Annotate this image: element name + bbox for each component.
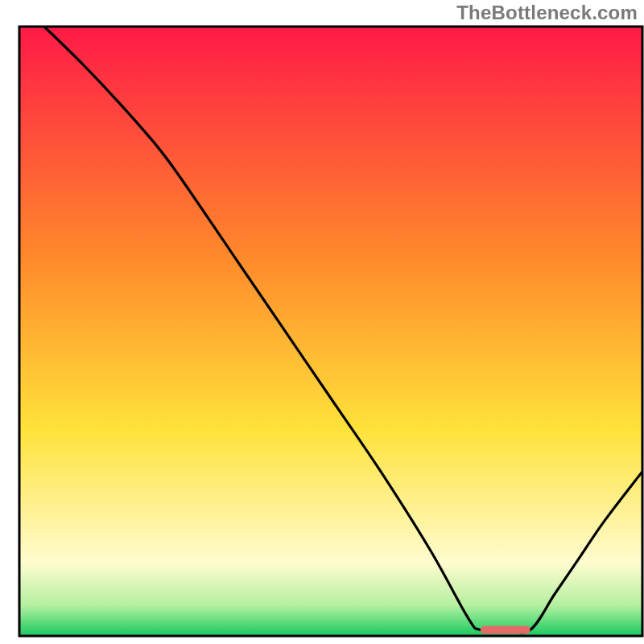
trough-marker bbox=[481, 625, 530, 634]
gradient-background bbox=[19, 27, 642, 636]
chart-svg bbox=[0, 0, 644, 644]
chart-canvas: TheBottleneck.com bbox=[0, 0, 644, 644]
watermark-text: TheBottleneck.com bbox=[456, 2, 638, 24]
